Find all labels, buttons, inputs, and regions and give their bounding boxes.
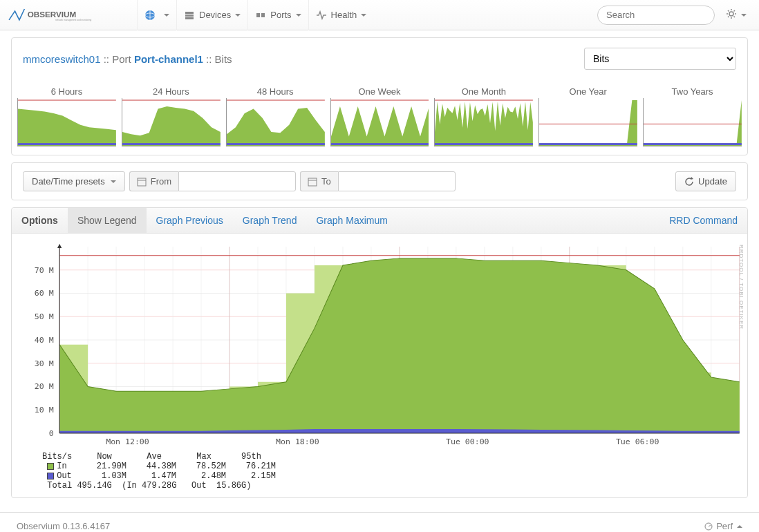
footer: Observium 0.13.6.4167 Perf bbox=[0, 512, 759, 532]
thumb-label: One Month bbox=[434, 86, 533, 97]
svg-point-10 bbox=[729, 12, 733, 16]
nav-ports-label: Ports bbox=[270, 10, 291, 20]
ports-icon bbox=[255, 10, 266, 21]
svg-text:Tue 00:00: Tue 00:00 bbox=[446, 437, 489, 446]
thumb-chart bbox=[330, 98, 429, 146]
logo[interactable]: OBSERVIUM network management and monitor… bbox=[8, 6, 126, 25]
thumb-6-hours[interactable]: 6 Hours bbox=[15, 86, 119, 146]
thumb-48-hours[interactable]: 48 Hours bbox=[223, 86, 328, 146]
thumb-label: Two Years bbox=[643, 86, 742, 97]
breadcrumb: mmcoreswitch01 :: Port Port-channel1 :: … bbox=[23, 53, 232, 65]
nav-devices-label: Devices bbox=[199, 10, 231, 20]
chevron-down-icon bbox=[111, 180, 116, 183]
calendar-icon bbox=[308, 177, 317, 187]
graph-panel: Options Show Legend Graph Previous Graph… bbox=[11, 207, 748, 498]
svg-rect-9 bbox=[261, 13, 265, 17]
tab-rrd-command[interactable]: RRD Command bbox=[659, 208, 747, 233]
chevron-down-icon bbox=[235, 14, 241, 17]
version-label: Observium 0.13.6.4167 bbox=[17, 521, 110, 531]
svg-line-16 bbox=[734, 17, 735, 18]
breadcrumb-device[interactable]: mmcoreswitch01 bbox=[23, 53, 101, 65]
svg-line-15 bbox=[728, 10, 729, 12]
chevron-down-icon bbox=[164, 14, 169, 17]
tab-graph-maximum[interactable]: Graph Maximum bbox=[306, 208, 397, 233]
thumb-chart bbox=[17, 98, 116, 146]
svg-text:Mon 12:00: Mon 12:00 bbox=[106, 437, 149, 446]
svg-rect-6 bbox=[185, 15, 194, 17]
svg-line-17 bbox=[728, 17, 729, 18]
tab-graph-previous[interactable]: Graph Previous bbox=[147, 208, 233, 233]
thumb-label: One Week bbox=[330, 86, 429, 97]
chevron-down-icon bbox=[741, 14, 747, 17]
header-panel: mmcoreswitch01 :: Port Port-channel1 :: … bbox=[11, 37, 748, 155]
svg-rect-31 bbox=[644, 143, 742, 145]
option-tabs: Options Show Legend Graph Previous Graph… bbox=[12, 208, 747, 234]
tab-show-legend[interactable]: Show Legend bbox=[68, 208, 147, 233]
graph-area: RRDTOOL / TOBI OETIKER 010 M20 M30 M40 M… bbox=[12, 234, 747, 497]
svg-line-18 bbox=[734, 10, 735, 12]
svg-text:network management and monitor: network management and monitoring bbox=[55, 18, 92, 21]
settings-menu[interactable] bbox=[722, 4, 751, 26]
thumb-label: 24 Hours bbox=[122, 86, 221, 97]
thumb-label: One Year bbox=[538, 86, 637, 97]
svg-text:10 M: 10 M bbox=[35, 406, 54, 415]
svg-text:20 M: 20 M bbox=[35, 383, 54, 392]
top-navbar: OBSERVIUM network management and monitor… bbox=[0, 0, 759, 30]
svg-rect-25 bbox=[331, 143, 429, 145]
thumb-chart bbox=[643, 98, 742, 146]
to-label: To bbox=[300, 171, 338, 191]
thumb-one-year[interactable]: One Year bbox=[536, 86, 640, 146]
svg-text:40 M: 40 M bbox=[35, 336, 54, 345]
nav-devices[interactable]: Devices bbox=[176, 0, 247, 30]
nav-globe[interactable] bbox=[137, 0, 176, 30]
nav-ports[interactable]: Ports bbox=[247, 0, 308, 30]
chevron-down-icon bbox=[296, 14, 301, 17]
svg-rect-29 bbox=[539, 143, 637, 145]
svg-marker-85 bbox=[57, 244, 62, 248]
thumb-24-hours[interactable]: 24 Hours bbox=[119, 86, 223, 146]
thumb-chart bbox=[122, 98, 221, 146]
svg-rect-19 bbox=[18, 143, 116, 145]
filter-panel: Date/Time presets From To Update bbox=[11, 162, 748, 200]
gauge-icon bbox=[704, 522, 713, 531]
svg-text:0: 0 bbox=[49, 429, 54, 438]
rrd-credit: RRDTOOL / TOBI OETIKER bbox=[738, 245, 744, 330]
nav-health-label: Health bbox=[331, 10, 357, 20]
thumb-chart bbox=[226, 98, 325, 146]
thumb-one-week[interactable]: One Week bbox=[328, 86, 432, 146]
svg-text:50 M: 50 M bbox=[35, 313, 54, 322]
from-label: From bbox=[129, 171, 178, 191]
perf-toggle[interactable]: Perf bbox=[704, 521, 742, 531]
thumb-one-month[interactable]: One Month bbox=[431, 86, 536, 146]
thumb-chart bbox=[434, 98, 533, 146]
svg-rect-8 bbox=[256, 13, 260, 17]
svg-marker-37 bbox=[691, 177, 693, 180]
thumb-two-years[interactable]: Two Years bbox=[640, 86, 744, 146]
refresh-icon bbox=[684, 177, 694, 187]
server-icon bbox=[184, 10, 195, 21]
time-range-thumbnails: 6 Hours24 Hours48 HoursOne WeekOne Month… bbox=[12, 79, 747, 155]
svg-text:OBSERVIUM: OBSERVIUM bbox=[28, 9, 76, 18]
tab-options[interactable]: Options bbox=[12, 208, 68, 233]
thumb-label: 6 Hours bbox=[17, 86, 116, 97]
datetime-presets-button[interactable]: Date/Time presets bbox=[23, 171, 125, 191]
thumb-chart bbox=[538, 98, 637, 146]
svg-text:Tue 06:00: Tue 06:00 bbox=[616, 437, 659, 446]
breadcrumb-port[interactable]: Port-channel1 bbox=[134, 53, 203, 65]
nav-health[interactable]: Health bbox=[308, 0, 374, 30]
svg-text:70 M: 70 M bbox=[35, 266, 54, 275]
svg-rect-5 bbox=[185, 12, 194, 14]
update-button[interactable]: Update bbox=[675, 171, 736, 191]
tab-graph-trend[interactable]: Graph Trend bbox=[233, 208, 307, 233]
svg-rect-23 bbox=[227, 143, 325, 145]
search-input[interactable] bbox=[597, 6, 715, 25]
metric-select[interactable]: Bits bbox=[584, 48, 736, 70]
gear-icon bbox=[726, 8, 737, 21]
to-input[interactable] bbox=[338, 171, 456, 191]
svg-rect-7 bbox=[185, 17, 194, 19]
chevron-up-icon bbox=[737, 525, 742, 528]
calendar-icon bbox=[137, 177, 147, 187]
chart-legend: Bits/s Now Ave Max 95th In 21.90M 44.38M… bbox=[16, 450, 743, 491]
chevron-down-icon bbox=[361, 14, 366, 17]
from-input[interactable] bbox=[178, 171, 296, 191]
